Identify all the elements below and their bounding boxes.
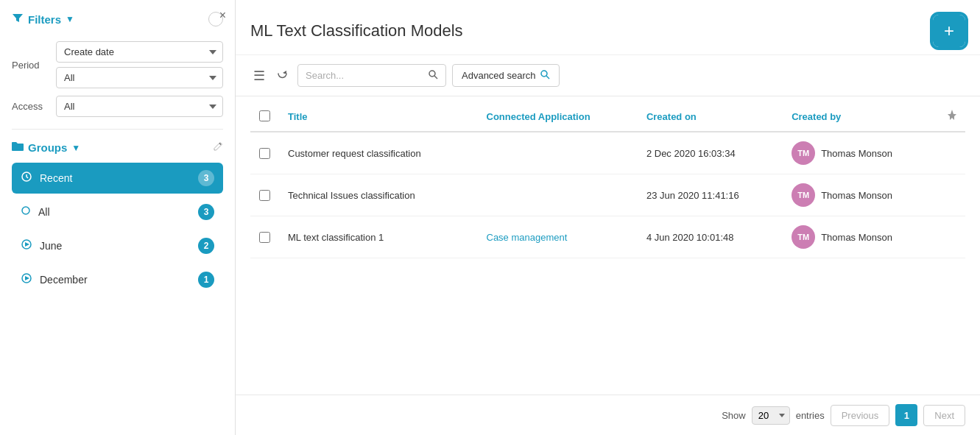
advanced-search-label: Advanced search bbox=[462, 70, 535, 81]
row-checkbox-0[interactable] bbox=[259, 148, 270, 159]
title-header: Title bbox=[279, 102, 478, 132]
search-input[interactable] bbox=[306, 70, 423, 81]
next-button[interactable]: Next bbox=[923, 405, 965, 426]
main-header: ML Text Classification Models + bbox=[236, 0, 980, 55]
svg-point-6 bbox=[429, 71, 435, 77]
access-select[interactable]: All Public Private bbox=[56, 96, 223, 117]
row-checkbox-2[interactable] bbox=[259, 232, 270, 243]
select-all-checkbox[interactable] bbox=[259, 110, 270, 121]
created-by-header: Created by bbox=[783, 102, 939, 132]
previous-button[interactable]: Previous bbox=[831, 405, 890, 426]
table-container: Title Connected Application Created on C… bbox=[236, 96, 980, 395]
svg-line-7 bbox=[434, 76, 437, 79]
row-app-1 bbox=[478, 174, 638, 216]
svg-point-8 bbox=[541, 71, 547, 77]
plus-icon: + bbox=[944, 22, 954, 40]
row-creator-1: TM Thomas Monson bbox=[783, 174, 939, 216]
group-badge-recent: 3 bbox=[198, 170, 214, 186]
search-box bbox=[297, 64, 446, 87]
advanced-search-icon bbox=[540, 69, 550, 82]
play-circle-icon bbox=[21, 238, 32, 253]
connected-app-link[interactable]: Case management bbox=[487, 232, 568, 243]
row-pin-2 bbox=[939, 216, 965, 258]
avatar-2: TM bbox=[792, 225, 815, 249]
period-value-select[interactable]: All Today This week This month bbox=[56, 67, 223, 88]
avatar-1: TM bbox=[792, 183, 815, 207]
creator-name-0: Thomas Monson bbox=[821, 148, 892, 159]
groups-chevron-icon: ▼ bbox=[71, 143, 80, 153]
row-title-1: Technical Issues classification bbox=[279, 174, 478, 216]
add-button[interactable]: + bbox=[933, 15, 965, 47]
row-checkbox-1[interactable] bbox=[259, 190, 270, 201]
group-list: Recent 3 All 3 June 2 December 1 bbox=[12, 163, 223, 295]
period-type-select[interactable]: Create date Modified date bbox=[56, 41, 223, 63]
search-icon bbox=[428, 69, 438, 82]
row-app-2: Case management bbox=[478, 216, 638, 258]
group-name-recent: Recent bbox=[40, 172, 198, 184]
svg-point-1 bbox=[22, 207, 29, 214]
table-row: Technical Issues classification 23 Jun 2… bbox=[250, 174, 965, 216]
groups-label: Groups bbox=[28, 141, 67, 154]
creator-name-2: Thomas Monson bbox=[821, 232, 892, 243]
pin-header bbox=[939, 102, 965, 132]
refresh-icon[interactable] bbox=[274, 65, 292, 86]
entries-select[interactable]: 20 10 50 100 bbox=[752, 406, 790, 425]
filters-label: Filters bbox=[28, 13, 61, 26]
group-name-all: All bbox=[38, 206, 198, 218]
clock-icon bbox=[21, 171, 32, 185]
row-date-2: 4 Jun 2020 10:01:48 bbox=[638, 216, 783, 258]
group-item-recent[interactable]: Recent 3 bbox=[12, 163, 223, 194]
row-app-0 bbox=[478, 132, 638, 174]
table-row: Customer request classification 2 Dec 20… bbox=[250, 132, 965, 174]
avatar-0: TM bbox=[792, 141, 815, 165]
main-content: ML Text Classification Models + ☰ Advanc… bbox=[236, 0, 980, 435]
row-pin-1 bbox=[939, 174, 965, 216]
advanced-search-button[interactable]: Advanced search bbox=[452, 64, 560, 87]
group-badge-december: 1 bbox=[198, 272, 214, 288]
filters-header[interactable]: Filters ▼ bbox=[12, 12, 223, 26]
page-title: ML Text Classification Models bbox=[250, 21, 463, 40]
svg-marker-5 bbox=[25, 276, 29, 280]
groups-header[interactable]: Groups ▼ bbox=[12, 141, 223, 154]
show-label: Show bbox=[722, 410, 746, 421]
funnel-icon bbox=[12, 13, 24, 26]
created-on-header: Created on bbox=[638, 102, 783, 132]
group-badge-all: 3 bbox=[198, 204, 214, 220]
period-filter: Period Create date Modified date All Tod… bbox=[12, 41, 223, 88]
group-item-all[interactable]: All 3 bbox=[12, 197, 223, 227]
group-name-december: December bbox=[40, 274, 198, 286]
current-page[interactable]: 1 bbox=[895, 404, 917, 426]
group-name-june: June bbox=[40, 240, 198, 252]
row-date-0: 2 Dec 2020 16:03:34 bbox=[638, 132, 783, 174]
group-item-december[interactable]: December 1 bbox=[12, 264, 223, 295]
folder-icon bbox=[12, 141, 24, 154]
row-creator-0: TM Thomas Monson bbox=[783, 132, 939, 174]
row-checkbox-cell bbox=[250, 216, 279, 258]
table-footer: Show 20 10 50 100 entries Previous 1 Nex… bbox=[236, 395, 980, 435]
entries-label: entries bbox=[796, 410, 825, 421]
connected-app-header: Connected Application bbox=[478, 102, 638, 132]
table-row: ML text classification 1 Case management… bbox=[250, 216, 965, 258]
chevron-down-icon: ▼ bbox=[66, 14, 74, 24]
close-button[interactable]: × bbox=[219, 9, 226, 22]
creator-name-1: Thomas Monson bbox=[821, 190, 892, 201]
group-badge-june: 2 bbox=[198, 238, 214, 254]
group-item-june[interactable]: June 2 bbox=[12, 230, 223, 261]
period-label: Period bbox=[12, 60, 56, 71]
row-creator-2: TM Thomas Monson bbox=[783, 216, 939, 258]
row-checkbox-cell bbox=[250, 132, 279, 174]
table-body: Customer request classification 2 Dec 20… bbox=[250, 132, 965, 258]
edit-icon[interactable] bbox=[213, 141, 223, 154]
circle-icon bbox=[21, 205, 31, 219]
row-checkbox-cell bbox=[250, 174, 279, 216]
svg-line-9 bbox=[546, 76, 549, 79]
hamburger-icon[interactable]: ☰ bbox=[250, 65, 268, 87]
row-title-0: Customer request classification bbox=[279, 132, 478, 174]
access-label: Access bbox=[12, 101, 56, 112]
row-date-1: 23 Jun 2020 11:41:16 bbox=[638, 174, 783, 216]
row-title-2: ML text classification 1 bbox=[279, 216, 478, 258]
select-all-header bbox=[250, 102, 279, 132]
play-circle-icon bbox=[21, 272, 32, 287]
toolbar: ☰ Advanced search bbox=[236, 55, 980, 96]
sidebar: × Filters ▼ Period Create date Modified … bbox=[0, 0, 236, 435]
